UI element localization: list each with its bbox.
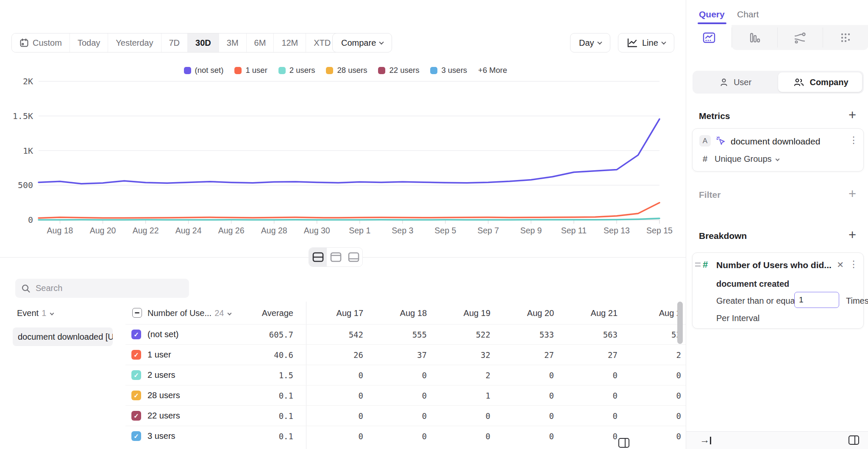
data-value: 32 [427, 350, 490, 360]
data-value: 2 [427, 371, 490, 380]
table-scrollbar[interactable] [677, 302, 683, 344]
date-column-header: Aug 19 [427, 308, 490, 318]
legend-label: 28 users [337, 66, 367, 75]
legend-item[interactable]: 2 users [278, 66, 315, 75]
legend-label: 2 users [289, 66, 315, 75]
range-label: XTD [314, 38, 331, 48]
panel-layout-icon[interactable] [849, 435, 859, 445]
range-12m-button[interactable]: 12M [273, 33, 306, 52]
close-icon[interactable]: ✕ [837, 260, 844, 270]
legend-item[interactable]: 3 users [430, 66, 467, 75]
layout-chart-only-button[interactable] [327, 248, 345, 266]
range-label: Yesterday [116, 38, 153, 48]
tab-line-chart[interactable] [686, 25, 732, 50]
x-axis-tick-label: Sep 13 [604, 226, 630, 235]
data-value: 0 [490, 391, 554, 400]
legend-item[interactable]: 22 users [378, 66, 419, 75]
tab-flow-chart[interactable] [777, 25, 823, 50]
breakdown-card[interactable]: # Number of Users who did... ✕ ⋮ documen… [692, 252, 864, 329]
interval-button[interactable]: Day [570, 33, 610, 53]
average-value: 0.1 [230, 391, 293, 400]
add-breakdown-button[interactable]: + [846, 228, 859, 241]
data-value: 27 [490, 350, 554, 360]
legend-item[interactable]: 28 users [326, 66, 367, 75]
legend-swatch [430, 67, 437, 74]
chart-type-button[interactable]: Line [618, 33, 674, 53]
x-axis-tick-label: Aug 28 [261, 226, 287, 235]
series-column-header[interactable]: Number of Use...24 [147, 308, 231, 318]
table-row: ✓1 user40.626373227272 [125, 344, 691, 365]
tab-bar-chart[interactable] [732, 25, 777, 50]
range-label: 6M [254, 38, 266, 48]
breakdown-value-input[interactable] [794, 292, 839, 308]
legend-item[interactable]: 1 user [234, 66, 267, 75]
x-axis-tick-label: Aug 20 [90, 226, 116, 235]
range-custom-button[interactable]: Custom [12, 33, 70, 52]
tab-chart[interactable]: Chart [737, 9, 759, 19]
event-list-item[interactable]: document downloaded [U... [13, 327, 113, 346]
filter-heading: Filter [699, 190, 721, 200]
date-column-header: Aug 2 [618, 308, 681, 318]
metric-badge: A [699, 135, 711, 147]
legend-swatch [234, 67, 242, 74]
metrics-heading: Metrics [699, 111, 730, 121]
interval-label: Day [579, 38, 594, 48]
breakdown-hash-icon: # [703, 259, 708, 270]
tab-query[interactable]: Query [699, 9, 725, 19]
entity-company-option[interactable]: Company [778, 71, 864, 94]
chevron-down-icon [597, 40, 602, 44]
search-icon [21, 284, 31, 293]
row-checkbox[interactable]: ✓ [131, 431, 141, 441]
entity-user-option[interactable]: User [693, 71, 778, 94]
data-value: 542 [300, 330, 363, 339]
layout-split-button[interactable] [309, 248, 327, 266]
select-all-checkbox[interactable] [132, 308, 142, 318]
bar-chart-tab-icon [748, 31, 761, 44]
range-7d-button[interactable]: 7D [161, 33, 188, 52]
data-value: 0 [363, 432, 427, 441]
add-filter-button[interactable]: + [846, 187, 859, 200]
metric-card[interactable]: A document downloaded ⋮ # Unique Groups [692, 128, 864, 172]
row-checkbox[interactable]: ✓ [131, 411, 141, 421]
line-chart-icon [627, 38, 638, 48]
measure-dropdown[interactable]: Unique Groups [715, 154, 779, 164]
data-value: 0 [300, 371, 363, 380]
x-axis-tick-label: Sep 15 [646, 226, 673, 235]
row-checkbox[interactable]: ✓ [131, 330, 141, 339]
layout-table-only-button[interactable] [345, 248, 362, 266]
kebab-menu-icon[interactable]: ⋮ [849, 135, 858, 146]
row-label: 3 users [147, 431, 175, 441]
row-label: 28 users [147, 391, 180, 400]
data-value: 0 [427, 411, 490, 421]
drag-handle-icon[interactable] [695, 263, 701, 266]
tab-grid-chart[interactable] [823, 25, 868, 50]
chevron-down-icon [50, 311, 54, 316]
chevron-down-icon [775, 157, 779, 161]
compare-button[interactable]: Compare [332, 33, 392, 53]
data-value: 563 [554, 330, 618, 339]
average-value: 1.5 [230, 371, 293, 380]
bottom-panel-icon [348, 252, 359, 262]
collapse-sidebar-icon[interactable]: → [700, 434, 711, 446]
range-today-button[interactable]: Today [70, 33, 108, 52]
y-axis-tick-label: 1.5K [13, 111, 33, 121]
indeterminate-mark [135, 312, 139, 313]
event-column-header[interactable]: Event1 [17, 308, 53, 318]
search-input[interactable] [36, 283, 175, 293]
row-checkbox[interactable]: ✓ [131, 350, 141, 360]
range-yesterday-button[interactable]: Yesterday [108, 33, 161, 52]
row-checkbox[interactable]: ✓ [131, 370, 141, 380]
kebab-menu-icon[interactable]: ⋮ [849, 259, 858, 270]
row-checkbox[interactable]: ✓ [131, 391, 141, 400]
legend-item[interactable]: (not set) [184, 66, 224, 75]
legend-more-button[interactable]: +6 More [478, 66, 507, 75]
add-metric-button[interactable]: + [846, 108, 859, 122]
panel-toggle-icon[interactable] [618, 438, 629, 448]
data-value: 2 [618, 350, 681, 360]
range-6m-button[interactable]: 6M [246, 33, 274, 52]
chevron-down-icon [661, 40, 666, 44]
range-3m-button[interactable]: 3M [219, 33, 246, 52]
range-30d-button[interactable]: 30D [187, 33, 219, 52]
layout-toggle-group [309, 247, 363, 267]
data-value: 37 [363, 350, 427, 360]
